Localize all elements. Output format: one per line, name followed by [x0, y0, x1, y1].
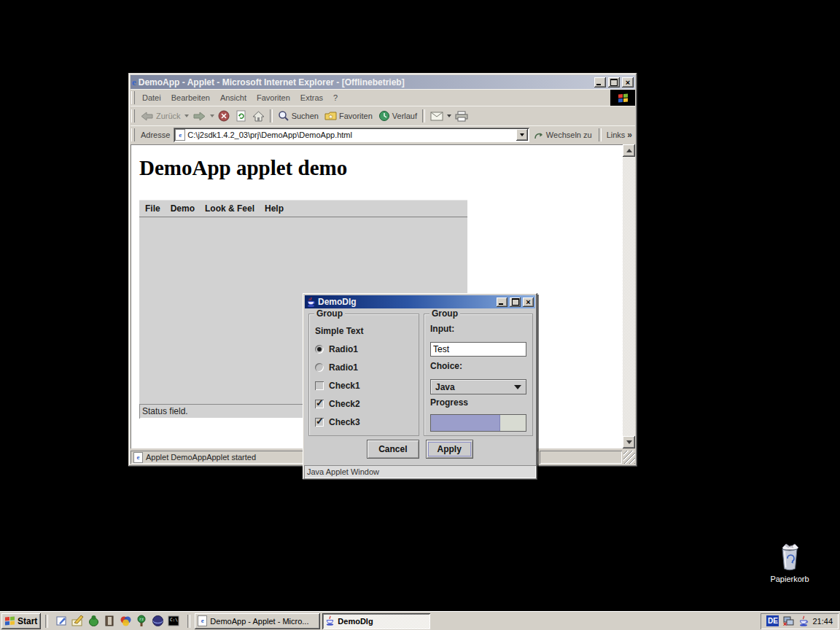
rebar-grip[interactable]: [131, 128, 135, 141]
forward-button[interactable]: [190, 110, 209, 122]
network-tool-icon[interactable]: rz: [136, 615, 148, 627]
media-app-icon[interactable]: [120, 615, 132, 627]
input-field[interactable]: [430, 342, 526, 357]
demodlg-body: Group Simple Text Radio1 Radio1 Check1: [304, 309, 536, 478]
dialog-close-button[interactable]: ×: [523, 298, 534, 307]
group-title: Group: [314, 308, 345, 319]
internet-explorer-icon: e: [132, 77, 136, 87]
back-arrow-icon: [140, 111, 154, 122]
refresh-button[interactable]: [233, 109, 249, 122]
links-chevron-icon[interactable]: »: [627, 130, 632, 140]
network-offline-icon[interactable]: ×: [782, 615, 795, 627]
radio-option[interactable]: Radio1: [315, 362, 419, 373]
stop-button[interactable]: [215, 109, 233, 122]
dialog-minimize-button[interactable]: [497, 298, 508, 307]
radio-selected-icon[interactable]: [315, 345, 324, 354]
clock[interactable]: 21:44: [812, 617, 833, 626]
checkbox-option[interactable]: Check3: [315, 417, 419, 427]
start-button[interactable]: Start: [1, 613, 41, 629]
scroll-up-button[interactable]: [623, 144, 635, 157]
history-icon: [378, 110, 390, 122]
rebar-grip[interactable]: [131, 91, 135, 104]
svg-text:C:\: C:\: [170, 617, 178, 622]
checkbox-option[interactable]: Check2: [315, 399, 419, 409]
compose-mail-icon[interactable]: [71, 615, 84, 627]
applet-menu-help[interactable]: Help: [260, 203, 289, 214]
dialog-maximize-button[interactable]: [510, 298, 521, 307]
recycle-bin-icon[interactable]: [776, 542, 804, 572]
internet-explorer-icon: e: [198, 615, 207, 626]
browser-titlebar[interactable]: e DemoApp - Applet - Microsoft Internet …: [131, 75, 635, 89]
demodlg-titlebar[interactable]: DemoDlg ×: [305, 295, 535, 308]
chevron-down-icon: [514, 385, 521, 389]
cancel-button[interactable]: Cancel: [367, 440, 419, 459]
rebar-grip[interactable]: [131, 109, 135, 122]
input-label: Input:: [430, 324, 454, 334]
windows-flag-icon: [5, 617, 15, 626]
menu-bearbeiten[interactable]: Bearbeiten: [166, 93, 215, 102]
home-button[interactable]: [249, 110, 268, 122]
checkbox-checked-icon[interactable]: [315, 418, 324, 427]
group-title: Group: [429, 308, 460, 319]
progress-fill: [431, 415, 500, 431]
history-button[interactable]: Verlauf: [376, 109, 420, 122]
browser-menubar: Datei Bearbeiten Ansicht Favoriten Extra…: [131, 89, 635, 106]
globe-app-icon[interactable]: [152, 615, 164, 627]
page-icon: e: [133, 452, 143, 463]
recycle-bin[interactable]: Papierkorb: [766, 542, 813, 583]
radio-unselected-icon[interactable]: [315, 363, 324, 372]
simple-text-label: Simple Text: [315, 326, 419, 336]
applet-menu-demo[interactable]: Demo: [166, 203, 200, 214]
java-icon[interactable]: [798, 615, 809, 627]
minimize-button[interactable]: [594, 77, 606, 88]
forward-dropdown-icon[interactable]: [210, 114, 214, 117]
links-bar[interactable]: Links »: [604, 130, 635, 140]
address-dropdown-button[interactable]: [516, 129, 528, 141]
task-button-demoapp[interactable]: e DemoApp - Applet - Micro...: [195, 613, 320, 629]
menu-favoriten[interactable]: Favoriten: [252, 93, 295, 102]
command-prompt-icon[interactable]: C:\: [168, 615, 180, 627]
resize-grip[interactable]: [623, 451, 635, 464]
mail-button[interactable]: [427, 111, 446, 122]
menu-hilfe[interactable]: ?: [328, 93, 343, 102]
combobox-value: Java: [435, 382, 455, 392]
recycle-bin-label[interactable]: Papierkorb: [766, 575, 813, 583]
page-heading: DemoApp applet demo: [139, 156, 347, 180]
checkbox-checked-icon[interactable]: [315, 400, 324, 408]
back-dropdown-icon[interactable]: [184, 114, 189, 117]
forward-arrow-icon: [192, 111, 206, 122]
go-button[interactable]: Wechseln zu: [529, 131, 596, 140]
checkbox-option[interactable]: Check1: [315, 381, 419, 391]
applet-menu-file[interactable]: File: [140, 203, 166, 214]
address-input[interactable]: [187, 131, 513, 139]
address-field[interactable]: e: [174, 128, 529, 142]
menu-extras[interactable]: Extras: [295, 93, 328, 102]
menu-ansicht[interactable]: Ansicht: [215, 93, 252, 102]
radio-option[interactable]: Radio1: [315, 344, 419, 354]
apply-button[interactable]: Apply: [426, 440, 473, 459]
print-button[interactable]: [452, 110, 471, 122]
menu-datei[interactable]: Datei: [137, 93, 166, 102]
mail-dropdown-icon[interactable]: [447, 114, 451, 117]
task-button-demodlg[interactable]: DemoDlg: [322, 613, 430, 629]
vertical-scrollbar[interactable]: [623, 144, 635, 448]
progress-bar: [430, 414, 526, 432]
search-button[interactable]: Suchen: [275, 109, 322, 122]
close-button[interactable]: ×: [622, 77, 634, 88]
applet-menu-lookfeel[interactable]: Look & Feel: [200, 203, 260, 214]
browser-title: DemoApp - Applet - Microsoft Internet Ex…: [139, 77, 592, 88]
scroll-down-button[interactable]: [623, 436, 635, 448]
choice-combobox[interactable]: Java: [430, 379, 526, 394]
browser-toolbar: Zurück Suchen Favoriten: [131, 106, 635, 125]
maximize-button[interactable]: [608, 77, 620, 88]
show-desktop-icon[interactable]: [55, 615, 68, 627]
favorites-button[interactable]: Favoriten: [322, 110, 376, 122]
language-indicator[interactable]: DE: [766, 615, 779, 626]
status-panel-spare: [540, 451, 622, 464]
checkbox-unchecked-icon[interactable]: [315, 381, 324, 390]
progress-label: Progress: [430, 397, 468, 408]
bug-tool-icon[interactable]: [88, 615, 100, 627]
java-icon: [306, 297, 316, 308]
address-book-icon[interactable]: [104, 615, 116, 627]
back-button[interactable]: Zurück: [137, 110, 184, 122]
